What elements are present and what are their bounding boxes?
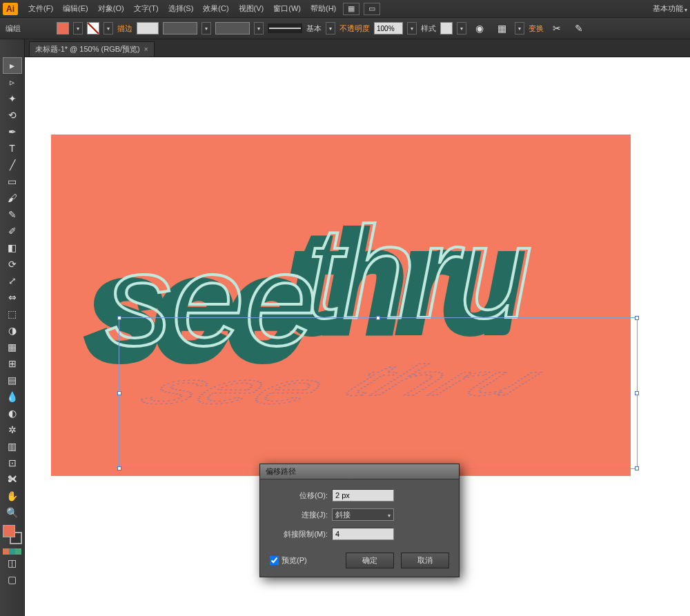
tab-title: 未标题-1* @ 150% (RGB/预览) [35,44,140,54]
brush-dropdown[interactable] [254,22,264,34]
miter-input[interactable] [332,528,394,540]
symbol-sprayer-tool[interactable]: ✲ [3,422,21,437]
tool-panel: ▸ ▹ ✦ ⟲ ✒ T ╱ ▭ 🖌 ✎ ✐ ◧ ⟳ ⤢ ⇔ ⬚ ◑ ▦ ⊞ ▤ … [0,39,25,616]
edit-icon[interactable]: ✎ [570,21,588,36]
stroke-link[interactable]: 描边 [117,23,132,34]
scale-tool[interactable]: ⤢ [3,273,21,288]
isolate-icon[interactable]: ✂ [548,21,566,36]
selection-type-label: 编组 [6,23,21,34]
dialog-title[interactable]: 偏移路径 [260,464,459,479]
artboard-tool[interactable]: ⊡ [3,455,21,470]
blob-brush-tool[interactable]: ✐ [3,223,21,239]
profile-dropdown[interactable] [201,22,211,34]
style-label: 样式 [421,23,436,34]
draw-mode[interactable]: ◫ [3,555,21,570]
selection-bounding-box[interactable] [119,317,638,469]
preview-check-input[interactable] [270,556,279,565]
chevron-down-icon [388,510,391,519]
blend-tool[interactable]: ◐ [3,406,21,421]
resize-handle[interactable] [635,391,639,395]
app-logo: Ai [3,3,18,15]
align-dropdown[interactable] [515,22,524,34]
selection-tool[interactable]: ▸ [3,58,21,73]
preview-label: 预览(P) [282,555,307,566]
resize-handle[interactable] [376,316,380,320]
rectangle-tool[interactable]: ▭ [3,174,21,189]
fill-stroke-indicator[interactable] [3,525,22,544]
stroke-profile[interactable] [163,22,197,34]
slice-tool[interactable]: ✀ [3,472,21,487]
resize-handle[interactable] [635,316,639,320]
join-value: 斜接 [335,510,351,520]
artboard: see thru see thru see thru [51,135,631,476]
transform-link[interactable]: 变换 [529,23,544,34]
brush-style-dropdown[interactable] [326,22,335,34]
menu-type[interactable]: 文字(T) [129,3,164,14]
line-tool[interactable]: ╱ [3,157,21,172]
eraser-tool[interactable]: ◧ [3,240,21,255]
fill-swatch[interactable] [57,22,69,34]
offset-input[interactable] [332,489,394,501]
resize-handle[interactable] [635,466,639,470]
stroke-dropdown[interactable] [103,22,113,34]
width-tool[interactable]: ⇔ [3,290,21,305]
close-icon[interactable]: × [144,46,148,53]
preview-checkbox[interactable]: 预览(P) [270,555,339,566]
eyedropper-tool[interactable]: 💧 [3,389,21,404]
menu-edit[interactable]: 编辑(E) [58,3,93,14]
brush-definition[interactable] [268,23,302,33]
free-transform-tool[interactable]: ⬚ [3,306,21,321]
resize-handle[interactable] [117,466,121,470]
menu-window[interactable]: 窗口(W) [268,3,306,14]
resize-handle[interactable] [117,316,121,320]
document-tab[interactable]: 未标题-1* @ 150% (RGB/预览) × [29,41,155,57]
brush-swatch[interactable] [215,22,250,34]
pen-tool[interactable]: ✒ [3,124,21,139]
join-select[interactable]: 斜接 [332,508,394,521]
mesh-tool[interactable]: ⊞ [3,356,21,371]
shape-builder-tool[interactable]: ◑ [3,323,21,338]
cancel-button[interactable]: 取消 [401,553,449,568]
align-icon[interactable]: ▦ [493,21,511,36]
gradient-tool[interactable]: ▤ [3,372,21,388]
zoom-tool[interactable]: 🔍 [3,505,21,520]
rotate-tool[interactable]: ⟳ [3,257,21,272]
menu-view[interactable]: 视图(V) [234,3,269,14]
workspace-switcher[interactable]: 基本功能 [653,3,683,14]
screen-mode[interactable]: ▢ [3,572,21,587]
color-mode-row[interactable] [3,548,21,555]
magic-wand-tool[interactable]: ✦ [3,91,21,106]
menu-file[interactable]: 文件(F) [23,3,58,14]
menu-select[interactable]: 选择(S) [164,3,199,14]
offset-path-dialog: 偏移路径 位移(O): 连接(J): 斜接 斜接限制(M): 预览(P) 确定 … [259,464,460,577]
graph-tool[interactable]: ▥ [3,439,21,454]
document-tab-bar: 未标题-1* @ 150% (RGB/预览) × [0,39,690,57]
chevron-down-icon[interactable] [684,5,687,13]
recolor-icon[interactable]: ◉ [471,21,489,36]
miter-label: 斜接限制(M): [270,529,332,539]
bridge-icon[interactable]: ▦ [343,3,359,15]
opacity-input[interactable] [374,22,403,34]
ok-button[interactable]: 确定 [346,553,394,568]
arrange-icon[interactable]: ▭ [364,3,380,15]
fill-dropdown[interactable] [73,22,83,34]
resize-handle[interactable] [117,391,121,395]
perspective-tool[interactable]: ▦ [3,339,21,355]
pencil-tool[interactable]: ✎ [3,207,21,222]
menu-object[interactable]: 对象(O) [93,3,129,14]
opacity-link[interactable]: 不透明度 [339,23,370,34]
style-dropdown[interactable] [457,22,466,34]
stroke-weight-input[interactable] [137,22,159,34]
stroke-swatch[interactable] [87,22,99,34]
opacity-dropdown[interactable] [407,22,417,34]
type-tool[interactable]: T [3,141,21,156]
direct-selection-tool[interactable]: ▹ [3,74,21,90]
paintbrush-tool[interactable]: 🖌 [3,190,21,206]
control-bar: 编组 描边 基本 不透明度 样式 ◉ ▦ 变换 ✂ ✎ [0,17,690,39]
menu-effect[interactable]: 效果(C) [198,3,233,14]
graphic-style[interactable] [440,22,453,34]
lasso-tool[interactable]: ⟲ [3,108,21,123]
hand-tool[interactable]: ✋ [3,488,21,504]
menu-bar: Ai 文件(F) 编辑(E) 对象(O) 文字(T) 选择(S) 效果(C) 视… [0,0,690,17]
menu-help[interactable]: 帮助(H) [306,3,341,14]
